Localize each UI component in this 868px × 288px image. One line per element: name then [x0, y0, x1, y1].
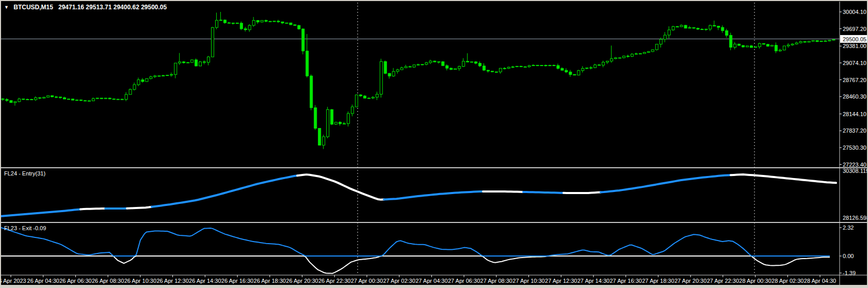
chart-ohlc-values: 29471.16 29513.71 29400.62 29500.05 — [58, 4, 167, 11]
time-axis-label: 28 Apr 04:30 — [804, 278, 836, 284]
time-axis-label: 28 Apr 02:30 — [771, 278, 803, 284]
price-axis-label: 29381.00 — [843, 43, 866, 49]
time-axis-label: 26 Apr 10:30 — [124, 278, 156, 284]
indicator-label-exit: FL23 - Exit -0.09 — [4, 225, 46, 231]
time-axis-label: 27 Apr 22:30 — [707, 278, 739, 284]
time-axis-label: 26 Apr 18:30 — [254, 278, 286, 284]
entry-indicator-line — [0, 174, 836, 216]
time-axis[interactable] — [11, 275, 820, 277]
time-axis-label: 26 Apr 2023 — [0, 278, 26, 284]
exit-positive-line — [0, 227, 830, 256]
exit-negative-line — [0, 256, 830, 274]
time-axis-label: 26 Apr 16:30 — [221, 278, 253, 284]
price-axis-label: 29074.10 — [843, 60, 866, 66]
exit-axis-label: 0.00 — [843, 253, 854, 259]
mt4-chart-window: 30004.1029697.2029381.0029074.1028767.20… — [0, 0, 868, 288]
window-border-top — [0, 0, 868, 1]
time-axis-label: 26 Apr 12:30 — [156, 278, 188, 284]
current-price-tag-text: 29500.05 — [843, 36, 866, 42]
time-axis-label: 27 Apr 00:30 — [351, 278, 383, 284]
time-axis-label: 26 Apr 22:30 — [318, 278, 350, 284]
chart-header: ▼ BTCUSD,M15 29471.16 29513.71 29400.62 … — [4, 4, 167, 11]
price-axis-label: 30004.10 — [843, 9, 866, 15]
time-axis-label: 26 Apr 14:30 — [189, 278, 221, 284]
entry-axis-label-bottom: 28126.598 — [843, 215, 868, 221]
chart-symbol-period: BTCUSD,M15 — [13, 4, 53, 11]
price-axis-label: 28767.20 — [843, 77, 866, 83]
price-axis-label: 27837.20 — [843, 127, 866, 134]
candlestick-series — [2, 12, 835, 149]
time-axis-label: 26 Apr 06:30 — [59, 278, 91, 284]
price-axis[interactable] — [840, 12, 842, 165]
time-axis-label: 27 Apr 02:30 — [383, 278, 415, 284]
symbol-dropdown-icon[interactable]: ▼ — [4, 5, 9, 10]
time-axis-label: 27 Apr 08:30 — [480, 278, 512, 284]
time-axis-label: 27 Apr 06:30 — [448, 278, 480, 284]
time-axis-label: 27 Apr 10:30 — [512, 278, 544, 284]
price-axis-label: 27223.40 — [843, 162, 866, 168]
price-axis-label: 29697.20 — [843, 26, 866, 32]
price-axis-label: 27530.30 — [843, 145, 866, 151]
price-axis-label: 28460.30 — [843, 93, 866, 100]
window-border-bottom[interactable] — [0, 285, 868, 288]
exit-axis-label: -1.39 — [843, 270, 856, 276]
time-axis-label: 28 Apr 00:30 — [739, 278, 771, 284]
time-axis-label: 27 Apr 18:30 — [642, 278, 674, 284]
time-axis-label: 27 Apr 16:30 — [609, 278, 641, 284]
time-axis-label: 27 Apr 04:30 — [415, 278, 447, 284]
pane-divider-entry[interactable] — [0, 167, 868, 168]
window-border-left — [0, 0, 1, 288]
pane-divider-exit[interactable] — [0, 222, 868, 223]
time-axis-label: 26 Apr 04:30 — [27, 278, 59, 284]
time-axis-label: 26 Apr 20:30 — [286, 278, 318, 284]
time-axis-label: 27 Apr 20:30 — [674, 278, 706, 284]
indicator-label-entry: FL24 - Entry(31) — [4, 170, 45, 177]
time-axis-label: 27 Apr 12:30 — [545, 278, 577, 284]
price-axis-label: 28144.10 — [843, 111, 866, 117]
time-axis-label: 26 Apr 08:30 — [92, 278, 124, 284]
entry-axis-label-top: 30308.119 — [843, 168, 868, 174]
chart-canvas[interactable]: 30004.1029697.2029381.0029074.1028767.20… — [0, 0, 868, 288]
exit-indicator-lines — [0, 227, 830, 273]
exit-axis-label: 2.32 — [843, 225, 854, 231]
time-axis-label: 27 Apr 14:30 — [577, 278, 609, 284]
